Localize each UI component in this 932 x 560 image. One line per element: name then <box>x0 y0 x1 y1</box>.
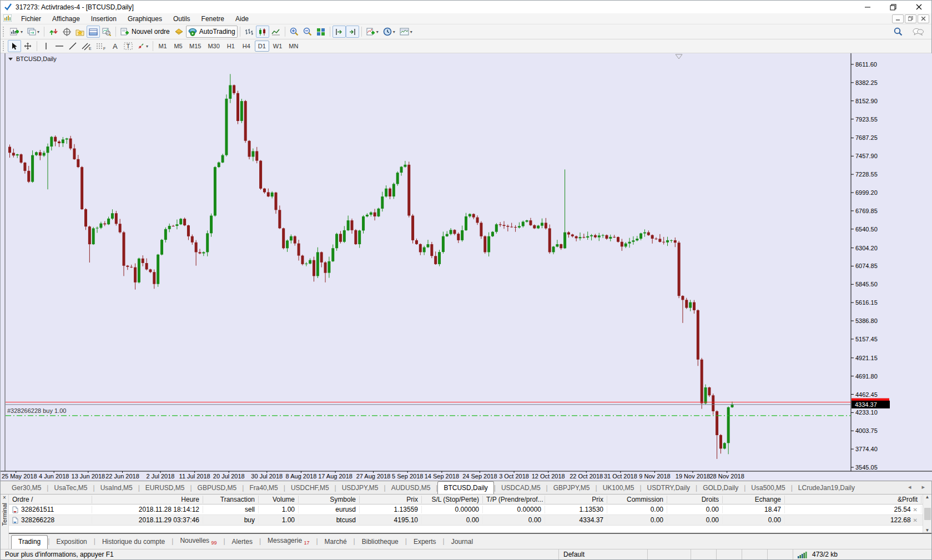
zoom-out-button[interactable] <box>301 26 314 38</box>
autotrading-button[interactable]: AutoTrading <box>186 26 238 38</box>
symbol-tab-ger30[interactable]: Ger30,M5 <box>6 482 47 494</box>
chart-area[interactable]: 8611.608382.258152.907923.557687.257457.… <box>1 53 931 481</box>
timeframe-mn[interactable]: MN <box>286 41 301 52</box>
timeframe-m30[interactable]: M30 <box>205 41 222 52</box>
tab-scroll-arrows[interactable]: ◂ ▸ <box>908 483 929 491</box>
terminal-button[interactable] <box>87 26 100 38</box>
fibonacci-button[interactable]: F <box>94 40 108 52</box>
symbol-tab-lcrudejan19[interactable]: LCrudeJan19,Daily <box>793 482 860 494</box>
column-header[interactable]: Volume <box>259 496 299 503</box>
chart-shift-button[interactable] <box>346 26 359 38</box>
periods-button[interactable]: ▾ <box>381 26 397 38</box>
symbol-tab-gold[interactable]: GOLD,Daily <box>697 482 744 494</box>
terminal-tab-experts[interactable]: Experts <box>407 536 443 549</box>
child-close-button[interactable] <box>918 14 929 23</box>
data-window-button[interactable] <box>60 26 73 38</box>
symbol-tab-btcusd[interactable]: BTCUSD,Daily <box>437 481 493 494</box>
menu-aide[interactable]: Aide <box>230 14 254 24</box>
column-header[interactable]: Prix <box>360 496 422 503</box>
order-row[interactable]: 3282662282018.11.29 03:37:46buy1.00btcus… <box>9 515 931 526</box>
tile-windows-button[interactable] <box>314 26 328 38</box>
strategy-tester-button[interactable] <box>100 26 113 38</box>
terminal-tab-trading[interactable]: Trading <box>11 535 48 549</box>
child-restore-button[interactable] <box>905 14 916 23</box>
zoom-in-button[interactable] <box>288 26 301 38</box>
navigator-button[interactable] <box>73 26 87 38</box>
trendline-button[interactable] <box>66 40 79 52</box>
status-profile[interactable]: Default <box>558 549 647 559</box>
timeframe-m5[interactable]: M5 <box>171 41 185 52</box>
timeframe-d1[interactable]: D1 <box>255 41 269 52</box>
line-chart-button[interactable] <box>269 26 283 38</box>
terminal-tab-nouvelles[interactable]: Nouvelles 99 <box>173 534 223 549</box>
column-header[interactable]: Heure <box>92 496 203 503</box>
profiles-button[interactable]: ▾ <box>25 26 42 38</box>
symbol-tab-usdtry[interactable]: USDTRY,Daily <box>642 482 696 494</box>
timeframe-h1[interactable]: H1 <box>224 41 238 52</box>
arrows-button[interactable]: ▾ <box>135 40 150 52</box>
column-header[interactable]: S/L (Stop/Perte) <box>422 496 483 503</box>
column-header[interactable]: T/P (Prendre/prof... <box>483 496 545 503</box>
menu-graphiques[interactable]: Graphiques <box>122 14 168 24</box>
restore-button[interactable] <box>880 1 906 13</box>
text-button[interactable]: A <box>108 40 122 52</box>
column-header[interactable]: Symbole <box>299 496 360 503</box>
symbol-tab-audusd[interactable]: AUDUSD,M5 <box>386 482 436 494</box>
scroll-up-icon[interactable]: ▲ <box>925 495 930 500</box>
column-header[interactable]: Droits <box>667 496 723 503</box>
equidistant-channel-button[interactable]: E <box>79 40 94 52</box>
column-header[interactable]: &Profit <box>785 496 921 503</box>
menu-insertion[interactable]: Insertion <box>85 14 122 24</box>
symbol-tab-gbpjpy[interactable]: GBPJPY,M5 <box>548 482 596 494</box>
menu-affichage[interactable]: Affichage <box>47 14 85 24</box>
symbol-tab-usatec[interactable]: UsaTec,M5 <box>48 482 93 494</box>
column-header[interactable]: Ordre / <box>9 496 92 503</box>
menu-outils[interactable]: Outils <box>168 14 196 24</box>
close-order-icon[interactable]: ✕ <box>913 517 918 523</box>
column-header[interactable]: Transaction <box>203 496 259 503</box>
market-watch-button[interactable] <box>47 26 60 38</box>
toolbar-grip2[interactable] <box>3 41 6 51</box>
new-order-button[interactable]: Nouvel ordre <box>118 26 172 38</box>
minimize-button[interactable] <box>855 1 880 13</box>
indicators-button[interactable]: ▾ <box>364 26 381 38</box>
bar-chart-button[interactable] <box>243 26 256 38</box>
scroll-thumb[interactable] <box>924 508 931 520</box>
close-order-icon[interactable]: ✕ <box>913 507 918 513</box>
chat-icon[interactable] <box>910 26 926 38</box>
toolbar-grip[interactable] <box>3 27 6 37</box>
column-header[interactable]: Echange <box>723 496 785 503</box>
child-minimize-button[interactable] <box>892 14 904 23</box>
text-label-button[interactable]: T <box>122 40 135 52</box>
status-connection[interactable]: 473/2 kb <box>793 549 931 559</box>
symbol-tab-usdjpy[interactable]: USDJPY,M5 <box>336 482 384 494</box>
terminal-close-icon[interactable]: × <box>3 495 6 502</box>
terminal-tab-alertes[interactable]: Alertes <box>225 536 259 549</box>
terminal-tab-journal[interactable]: Journal <box>445 536 480 549</box>
price-chart[interactable]: 8611.608382.258152.907923.557687.257457.… <box>1 53 932 481</box>
symbol-tab-usa500[interactable]: Usa500,M5 <box>745 482 790 494</box>
order-row[interactable]: 3282615112018.11.28 18:14:12sell1.00euru… <box>9 504 931 515</box>
timeframe-m1[interactable]: M1 <box>155 41 170 52</box>
menu-fenetre[interactable]: Fenetre <box>196 14 230 24</box>
column-header[interactable]: Commission <box>607 496 667 503</box>
symbol-tab-usaind[interactable]: UsaInd,M5 <box>95 482 138 494</box>
cursor-button[interactable] <box>8 40 21 52</box>
close-button[interactable] <box>906 1 931 13</box>
timeframe-h4[interactable]: H4 <box>239 41 254 52</box>
timeframe-m15[interactable]: M15 <box>187 41 204 52</box>
auto-scroll-button[interactable] <box>333 26 346 38</box>
terminal-tab-messagerie[interactable]: Messagerie 17 <box>261 534 316 549</box>
search-symbol-icon[interactable] <box>891 26 905 38</box>
scroll-down-icon[interactable]: ▼ <box>925 528 930 533</box>
terminal-tab-march-[interactable]: Marché <box>318 536 354 549</box>
symbol-tab-uk100[interactable]: UK100,M5 <box>597 482 640 494</box>
candlestick-chart-button[interactable] <box>256 26 269 38</box>
symbol-tab-usdchf[interactable]: USDCHF,M5 <box>285 482 335 494</box>
symbol-tab-gbpusd[interactable]: GBPUSD,M5 <box>192 482 243 494</box>
menu-fichier[interactable]: Fichier <box>16 14 47 24</box>
vertical-line-button[interactable] <box>39 40 53 52</box>
terminal-tab-bibliotheque[interactable]: Bibliotheque <box>355 536 405 549</box>
new-chart-button[interactable]: ▾ <box>8 26 25 38</box>
templates-button[interactable]: ▾ <box>397 26 415 38</box>
